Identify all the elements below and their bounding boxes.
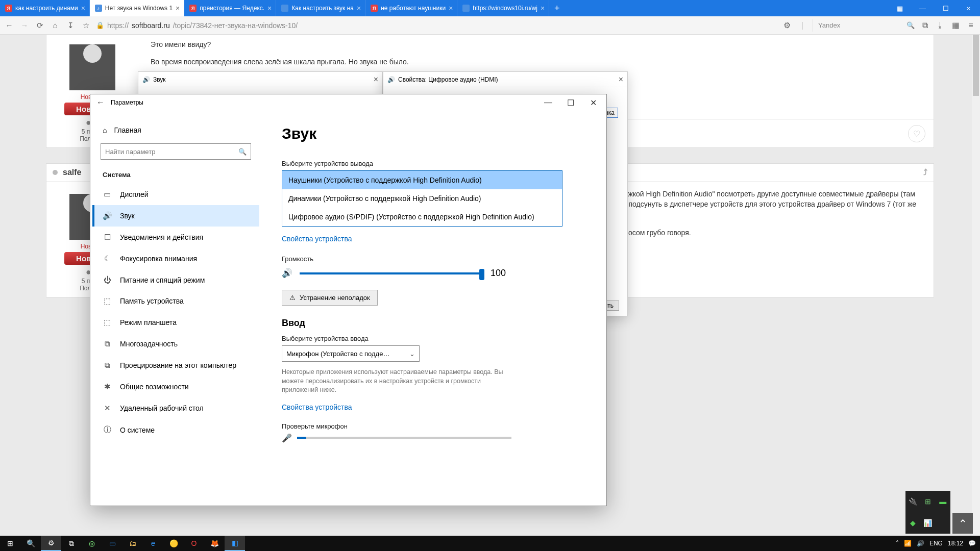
output-device-dropdown[interactable]: Наушники (Устройство с поддержкой High D… bbox=[282, 170, 562, 227]
taskbar-firefox[interactable]: 🦊 bbox=[204, 536, 225, 551]
tray-notifications-icon[interactable]: 💬 bbox=[968, 540, 976, 547]
taskbar-search[interactable]: 🔍 bbox=[20, 536, 41, 551]
taskbar-taskview[interactable]: ⧉ bbox=[61, 536, 82, 551]
nav-bookmark-icon[interactable]: ☆ bbox=[81, 20, 91, 31]
close-icon[interactable]: × bbox=[449, 4, 453, 12]
nav-reload-icon[interactable]: ⟳ bbox=[35, 20, 45, 31]
tab-3[interactable]: Как настроить звук на× bbox=[276, 0, 365, 16]
nav-item-4[interactable]: ⏻Питание и спящий режим bbox=[92, 269, 259, 290]
back-icon[interactable]: ← bbox=[96, 98, 105, 107]
tray-icon[interactable]: ◆ bbox=[905, 512, 920, 534]
nav-item-5[interactable]: ⬚Память устройства bbox=[92, 290, 259, 312]
search-icon[interactable]: 🔍 bbox=[906, 21, 915, 29]
volume-slider[interactable] bbox=[300, 272, 483, 274]
taskbar-chrome[interactable]: 🟡 bbox=[163, 536, 184, 551]
nav-item-icon: 🔊 bbox=[103, 211, 112, 220]
tab-1[interactable]: ♪Нет звука на Windows 1× bbox=[90, 0, 184, 16]
close-icon[interactable]: × bbox=[357, 4, 361, 12]
window-maximize-icon[interactable]: ☐ bbox=[559, 95, 582, 110]
device-properties-link-2[interactable]: Свойства устройства bbox=[282, 403, 586, 411]
window-close-icon[interactable]: ✕ bbox=[582, 95, 604, 110]
qr-icon[interactable]: ▦ bbox=[950, 20, 961, 31]
nav-forward-icon[interactable]: → bbox=[19, 20, 30, 31]
input-device-combo[interactable]: Микрофон (Устройство с подде…⌄ bbox=[282, 345, 420, 362]
url-box[interactable]: 🔒 https://softboard.ru/topic/73842-нет-з… bbox=[96, 21, 777, 30]
download-icon[interactable]: ⭳ bbox=[935, 20, 945, 31]
nav-item-0[interactable]: ▭Дисплей bbox=[92, 184, 259, 205]
dropdown-option[interactable]: Динамики (Устройство с поддержкой High D… bbox=[282, 189, 562, 208]
tray-volume-icon[interactable]: 🔊 bbox=[917, 540, 924, 547]
window-maximize-icon[interactable]: ☐ bbox=[934, 0, 957, 16]
home-icon: ⌂ bbox=[103, 126, 107, 134]
taskbar-browser[interactable]: ◧ bbox=[225, 536, 245, 551]
close-icon[interactable]: × bbox=[541, 4, 545, 12]
tray-icon[interactable]: ▬ bbox=[936, 491, 950, 512]
taskbar-edge[interactable]: e bbox=[143, 536, 163, 551]
tray-network-icon[interactable]: 📶 bbox=[904, 540, 912, 547]
tab-0[interactable]: Якак настроить динами× bbox=[0, 0, 90, 16]
share-icon[interactable]: ⤴ bbox=[923, 168, 927, 177]
nav-item-8[interactable]: ⧉Проецирование на этот компьютер bbox=[92, 355, 259, 376]
nav-back-icon[interactable]: ← bbox=[4, 20, 14, 31]
nav-item-label: О системе bbox=[120, 426, 155, 434]
tab-2[interactable]: Япреистория — Яндекс.× bbox=[184, 0, 276, 16]
close-icon[interactable]: × bbox=[176, 4, 180, 12]
translate-icon[interactable]: ⧉ bbox=[920, 20, 930, 31]
taskbar-app[interactable]: ◎ bbox=[82, 536, 102, 551]
favicon: ♪ bbox=[95, 5, 102, 12]
nav-item-icon: ☾ bbox=[103, 254, 112, 263]
troubleshoot-button[interactable]: ⚠Устранение неполадок bbox=[282, 290, 378, 306]
new-tab-button[interactable]: + bbox=[549, 0, 565, 16]
taskbar-start[interactable]: ⊞ bbox=[0, 536, 20, 551]
nav-search[interactable]: Найти параметр🔍 bbox=[101, 143, 251, 160]
like-button[interactable]: ♡ bbox=[908, 125, 925, 142]
tray-icon[interactable]: 📊 bbox=[920, 512, 935, 534]
tray-chevron-icon[interactable]: ˄ bbox=[896, 540, 899, 547]
nav-downloads-icon[interactable]: ↧ bbox=[65, 20, 76, 31]
menu-icon[interactable]: ≡ bbox=[966, 20, 976, 31]
nav-home[interactable]: ⌂Главная bbox=[92, 121, 259, 139]
nav-item-2[interactable]: ☐Уведомления и действия bbox=[92, 227, 259, 248]
nav-item-10[interactable]: ✕Удаленный рабочий стол bbox=[92, 397, 259, 419]
dropdown-option[interactable]: Цифровое аудио (S/PDIF) (Устройство с по… bbox=[282, 208, 562, 226]
shield-icon[interactable]: ⚙ bbox=[782, 20, 792, 31]
nav-item-icon: ⓘ bbox=[103, 425, 112, 435]
window-minimize-icon[interactable]: — bbox=[537, 95, 559, 110]
tray-icon[interactable]: 🔌 bbox=[905, 491, 920, 512]
nav-item-icon: ⏻ bbox=[103, 276, 112, 284]
nav-item-9[interactable]: ✱Общие возможности bbox=[92, 376, 259, 397]
taskbar-app[interactable]: ▭ bbox=[102, 536, 122, 551]
window-close-icon[interactable]: × bbox=[957, 0, 980, 16]
nav-home-icon[interactable]: ⌂ bbox=[50, 20, 60, 31]
tray-icon[interactable]: ⊞ bbox=[920, 491, 935, 512]
close-icon[interactable]: × bbox=[374, 75, 378, 84]
nav-item-6[interactable]: ⬚Режим планшета bbox=[92, 312, 259, 333]
tab-title: не работают наушники bbox=[381, 5, 446, 12]
nvidia-tray-panel[interactable]: 🔌⊞▬ ◆📊 bbox=[905, 491, 950, 534]
close-icon[interactable]: × bbox=[619, 75, 623, 84]
tray-lang[interactable]: ENG bbox=[929, 540, 943, 547]
taskbar-opera[interactable]: O bbox=[184, 536, 204, 551]
device-properties-link[interactable]: Свойства устройства bbox=[282, 235, 586, 243]
search-box[interactable]: Yandex 🔍 bbox=[813, 19, 915, 32]
search-placeholder: Yandex bbox=[818, 21, 840, 29]
scroll-top-button[interactable]: ⌃ bbox=[952, 513, 973, 534]
nav-item-7[interactable]: ⧉Многозадачность bbox=[92, 333, 259, 355]
close-icon[interactable]: × bbox=[267, 4, 272, 12]
nav-item-3[interactable]: ☾Фокусировка внимания bbox=[92, 248, 259, 269]
taskbar-explorer[interactable]: 🗂 bbox=[122, 536, 143, 551]
close-icon[interactable]: × bbox=[81, 4, 85, 12]
tabs-overview-icon[interactable]: ▦ bbox=[888, 0, 911, 16]
taskbar-settings[interactable]: ⚙ bbox=[41, 536, 61, 551]
scrollbar-thumb[interactable] bbox=[973, 35, 979, 96]
nav-item-1[interactable]: 🔊Звук bbox=[92, 205, 259, 227]
dropdown-option[interactable]: Наушники (Устройство с поддержкой High D… bbox=[282, 171, 562, 189]
nav-item-11[interactable]: ⓘО системе bbox=[92, 419, 259, 441]
page-scrollbar[interactable] bbox=[972, 35, 980, 536]
nav-item-icon: ⧉ bbox=[103, 361, 112, 370]
slider-thumb[interactable] bbox=[479, 269, 484, 280]
tray-time[interactable]: 18:12 bbox=[948, 540, 963, 547]
tab-5[interactable]: https://windows10i.ru/wj× bbox=[457, 0, 549, 16]
window-minimize-icon[interactable]: — bbox=[911, 0, 934, 16]
tab-4[interactable]: Яне работают наушники× bbox=[365, 0, 457, 16]
